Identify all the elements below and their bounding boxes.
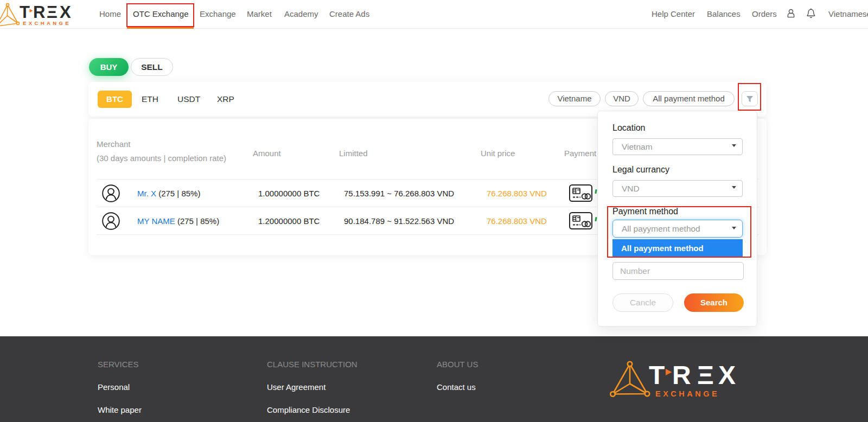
- svg-text:Ξ: Ξ: [47, 3, 58, 22]
- svg-text:X: X: [718, 361, 736, 389]
- svg-text:T: T: [649, 361, 665, 389]
- svg-text:Ξ: Ξ: [697, 361, 714, 389]
- svg-text:R: R: [672, 361, 691, 389]
- svg-text:R: R: [33, 3, 45, 22]
- svg-text:EXCHANGE: EXCHANGE: [655, 389, 719, 398]
- svg-text:X: X: [60, 3, 71, 22]
- svg-text:EXCHANGE: EXCHANGE: [23, 20, 71, 26]
- svg-text:T: T: [20, 3, 30, 22]
